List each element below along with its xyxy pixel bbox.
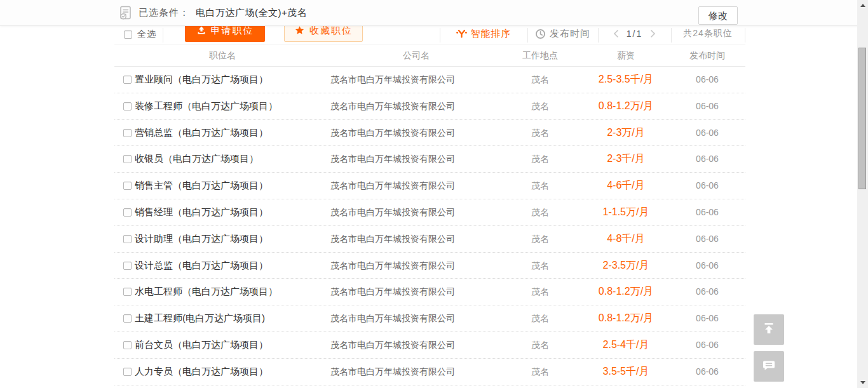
- favorite-jobs-label: 收藏职位: [309, 25, 353, 37]
- company-name-link[interactable]: 茂名市电白万年城投资有限公司: [330, 146, 455, 172]
- job-location: 茂名: [502, 120, 578, 146]
- table-row: 设计总监（电白万达广场项目） 茂名市电白万年城投资有限公司 茂名 2-3.5万/…: [114, 253, 745, 279]
- table-row: 收银员（电白万达广场项目） 茂名市电白万年城投资有限公司 茂名 2-3千/月 0…: [114, 146, 745, 173]
- row-checkbox[interactable]: [123, 368, 132, 376]
- company-name-link[interactable]: 茂名市电白万年城投资有限公司: [330, 332, 455, 358]
- row-checkbox[interactable]: [123, 102, 132, 110]
- smart-sort-button[interactable]: 智能排序: [440, 25, 527, 42]
- smart-sort-icon: [456, 29, 467, 39]
- total-job-count: 共24条职位: [671, 25, 745, 42]
- smart-sort-label: 智能排序: [471, 28, 512, 40]
- scrollbar-up-arrow[interactable]: [857, 0, 868, 11]
- job-location: 茂名: [502, 359, 578, 385]
- job-location: 茂名: [502, 332, 578, 358]
- column-header-date: 发布时间: [674, 44, 741, 66]
- table-row: 水电工程师（电白万达广场项目） 茂名市电白万年城投资有限公司 茂名 0.8-1.…: [114, 279, 745, 305]
- job-title-link[interactable]: 营销总监（电白万达广场项目）: [135, 120, 268, 146]
- job-title-link[interactable]: 销售主管（电白万达广场项目）: [135, 173, 268, 199]
- table-row: 客服专员（电白万达广场项目） 茂名市电白万年城投资有限公司 茂名 3-6千/月 …: [114, 385, 745, 388]
- job-salary: 3.5-5千/月: [578, 359, 674, 385]
- publish-date: 06-06: [674, 385, 741, 388]
- job-location: 茂名: [502, 199, 578, 225]
- row-checkbox[interactable]: [123, 129, 132, 137]
- publish-date: 06-06: [674, 67, 741, 93]
- job-title-link[interactable]: 前台文员（电白万达广场项目）: [135, 332, 268, 358]
- back-to-top-button[interactable]: [754, 314, 784, 345]
- pagination: 1/1: [598, 25, 671, 42]
- next-page-button[interactable]: [642, 29, 663, 38]
- vertical-scrollbar[interactable]: [857, 0, 868, 388]
- publish-date: 06-06: [674, 279, 741, 305]
- table-header-row: 职位名 公司名 工作地点 薪资 发布时间: [114, 44, 745, 67]
- job-title-link[interactable]: 水电工程师（电白万达广场项目）: [135, 279, 278, 305]
- apply-jobs-label: 申请职位: [211, 25, 254, 37]
- job-title-link[interactable]: 置业顾问（电白万达广场项目）: [135, 67, 268, 93]
- toolbar-divider: [745, 28, 745, 43]
- job-title-link[interactable]: 土建工程师(电白万达广场项目): [135, 305, 265, 331]
- company-name-link[interactable]: 茂名市电白万年城投资有限公司: [330, 173, 455, 199]
- job-salary: 3-6千/月: [578, 385, 674, 388]
- company-name-link[interactable]: 茂名市电白万年城投资有限公司: [330, 67, 455, 93]
- job-salary: 2-3.5万/月: [578, 253, 674, 279]
- column-header-salary: 薪资: [578, 44, 674, 66]
- job-salary: 2-3千/月: [578, 146, 674, 172]
- company-name-link[interactable]: 茂名市电白万年城投资有限公司: [330, 385, 455, 388]
- publish-date: 06-06: [674, 120, 741, 146]
- selected-conditions-label: 已选条件：: [139, 7, 189, 19]
- publish-time-sort-button[interactable]: 发布时间: [527, 25, 598, 42]
- table-row: 销售经理（电白万达广场项目） 茂名市电白万年城投资有限公司 茂名 1-1.5万/…: [114, 199, 745, 226]
- row-checkbox[interactable]: [123, 182, 132, 190]
- job-rows: 置业顾问（电白万达广场项目） 茂名市电白万年城投资有限公司 茂名 2.5-3.5…: [114, 67, 745, 388]
- row-checkbox[interactable]: [123, 208, 132, 217]
- row-checkbox[interactable]: [123, 262, 132, 270]
- company-name-link[interactable]: 茂名市电白万年城投资有限公司: [330, 253, 455, 279]
- job-salary: 0.8-1.2万/月: [578, 305, 674, 331]
- job-title-link[interactable]: 设计总监（电白万达广场项目）: [135, 253, 268, 279]
- row-checkbox[interactable]: [123, 314, 132, 323]
- prev-page-button[interactable]: [606, 29, 627, 38]
- job-title-link[interactable]: 装修工程师（电白万达广场项目）: [135, 93, 278, 119]
- job-location: 茂名: [502, 226, 578, 252]
- job-title-link[interactable]: 客服专员（电白万达广场项目）: [135, 385, 268, 388]
- job-title-link[interactable]: 收银员（电白万达广场项目）: [135, 146, 259, 172]
- job-location: 茂名: [502, 279, 578, 305]
- job-title-link[interactable]: 销售经理（电白万达广场项目）: [135, 199, 268, 225]
- apply-upload-icon: [196, 25, 207, 36]
- publish-date: 06-06: [674, 173, 741, 199]
- table-row: 人力专员（电白万达广场项目） 茂名市电白万年城投资有限公司 茂名 3.5-5千/…: [114, 359, 745, 385]
- select-all-checkbox[interactable]: [124, 30, 132, 39]
- job-salary: 0.8-1.2万/月: [578, 93, 674, 119]
- company-name-link[interactable]: 茂名市电白万年城投资有限公司: [330, 93, 455, 119]
- company-name-link[interactable]: 茂名市电白万年城投资有限公司: [330, 279, 455, 305]
- edit-conditions-button[interactable]: 修改: [698, 6, 738, 25]
- column-header-location: 工作地点: [502, 44, 578, 66]
- job-title-link[interactable]: 人力专员（电白万达广场项目）: [135, 359, 268, 385]
- scrollbar-thumb[interactable]: [858, 48, 866, 189]
- publish-date: 06-06: [674, 253, 741, 279]
- table-row: 销售主管（电白万达广场项目） 茂名市电白万年城投资有限公司 茂名 4-6千/月 …: [114, 173, 745, 199]
- table-row: 装修工程师（电白万达广场项目） 茂名市电白万年城投资有限公司 茂名 0.8-1.…: [114, 93, 745, 120]
- row-checkbox[interactable]: [123, 235, 132, 243]
- chat-icon: [762, 358, 776, 375]
- company-name-link[interactable]: 茂名市电白万年城投资有限公司: [330, 226, 455, 252]
- select-all: 全选: [124, 29, 156, 40]
- toolbar-bottom-border: [114, 44, 745, 44]
- job-table: 职位名 公司名 工作地点 薪资 发布时间 置业顾问（电白万达广场项目） 茂名市电…: [114, 44, 745, 388]
- publish-date: 06-06: [674, 332, 741, 358]
- publish-date: 06-06: [674, 305, 741, 331]
- back-to-top-icon: [762, 321, 776, 338]
- row-checkbox[interactable]: [123, 341, 132, 349]
- job-salary: 2.5-4千/月: [578, 332, 674, 358]
- feedback-button[interactable]: [754, 351, 784, 382]
- company-name-link[interactable]: 茂名市电白万年城投资有限公司: [330, 199, 455, 225]
- company-name-link[interactable]: 茂名市电白万年城投资有限公司: [330, 305, 455, 331]
- scrollbar-down-arrow[interactable]: [857, 377, 868, 388]
- company-name-link[interactable]: 茂名市电白万年城投资有限公司: [330, 120, 455, 146]
- selected-conditions-value: 电白万达广场(全文)+茂名: [196, 7, 307, 19]
- row-checkbox[interactable]: [123, 288, 132, 296]
- job-title-link[interactable]: 设计助理（电白万达广场项目）: [135, 226, 268, 252]
- select-all-label: 全选: [137, 29, 156, 40]
- company-name-link[interactable]: 茂名市电白万年城投资有限公司: [330, 359, 455, 385]
- row-checkbox[interactable]: [123, 155, 132, 163]
- row-checkbox[interactable]: [123, 76, 132, 84]
